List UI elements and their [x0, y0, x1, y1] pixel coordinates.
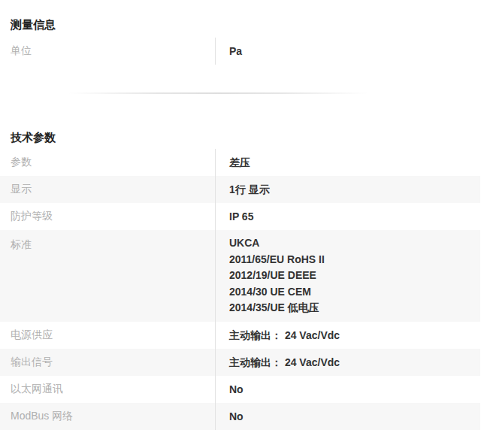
- value-text: 2014/30 UE CEM: [229, 284, 311, 301]
- measurement-table: 单位 Pa: [0, 38, 480, 65]
- value-text: No: [229, 383, 243, 396]
- row-label-unit: 单位: [0, 38, 215, 65]
- table-row: 以太网通讯 No: [0, 376, 480, 403]
- value-text: 主动输出： 24 Vac/Vdc: [229, 356, 340, 369]
- technical-table: 参数 差压 显示 1行 显示 防护等级 IP 65 标准 UKCA 2011/6…: [0, 149, 480, 430]
- technical-section-heading: 技术参数: [0, 94, 480, 143]
- row-label-display: 显示: [0, 176, 215, 203]
- row-label-modbus: ModBus 网络: [0, 403, 215, 430]
- row-label-output-signal: 输出信号: [0, 349, 215, 376]
- row-value-ethernet: No: [215, 376, 480, 403]
- row-value-unit: Pa: [215, 38, 480, 65]
- row-label-standards: 标准: [0, 230, 215, 322]
- row-value-modbus: No: [215, 403, 480, 430]
- value-text: 2011/65/EU RoHS II: [229, 252, 325, 268]
- table-row: ModBus 网络 No: [0, 403, 480, 430]
- row-value-display: 1行 显示: [215, 176, 480, 203]
- row-label-power-supply: 电源供应: [0, 322, 215, 349]
- row-value-parameter: 差压: [215, 149, 480, 176]
- value-text: 差压: [229, 156, 250, 169]
- value-text: Pa: [229, 44, 242, 58]
- table-row: 参数 差压: [0, 149, 480, 176]
- measurement-section-heading: 测量信息: [0, 0, 480, 30]
- value-text: UKCA: [229, 235, 259, 252]
- value-text: 主动输出： 24 Vac/Vdc: [229, 328, 340, 342]
- row-value-protection-rating: IP 65: [215, 203, 480, 230]
- row-label-protection-rating: 防护等级: [0, 203, 215, 230]
- value-text: 1行 显示: [229, 183, 270, 196]
- table-row: 标准 UKCA 2011/65/EU RoHS II 2012/19/UE DE…: [0, 230, 480, 322]
- value-text: 2014/35/UE 低电压: [229, 300, 319, 316]
- row-value-power-supply: 主动输出： 24 Vac/Vdc: [215, 322, 480, 349]
- value-text: IP 65: [229, 210, 253, 223]
- table-row: 防护等级 IP 65: [0, 203, 480, 230]
- row-value-output-signal: 主动输出： 24 Vac/Vdc: [215, 349, 480, 376]
- row-value-standards: UKCA 2011/65/EU RoHS II 2012/19/UE DEEE …: [215, 230, 480, 322]
- table-row: 电源供应 主动输出： 24 Vac/Vdc: [0, 322, 480, 349]
- spec-page: 测量信息 单位 Pa 技术参数 参数 差压 显示 1行 显示 防护等级 IP: [0, 0, 480, 430]
- table-row: 显示 1行 显示: [0, 176, 480, 203]
- value-text: No: [229, 410, 243, 423]
- row-label-ethernet: 以太网通讯: [0, 376, 215, 403]
- value-text: 2012/19/UE DEEE: [229, 268, 316, 284]
- table-row: 输出信号 主动输出： 24 Vac/Vdc: [0, 349, 480, 376]
- table-row: 单位 Pa: [0, 38, 480, 65]
- row-label-parameter: 参数: [0, 149, 215, 176]
